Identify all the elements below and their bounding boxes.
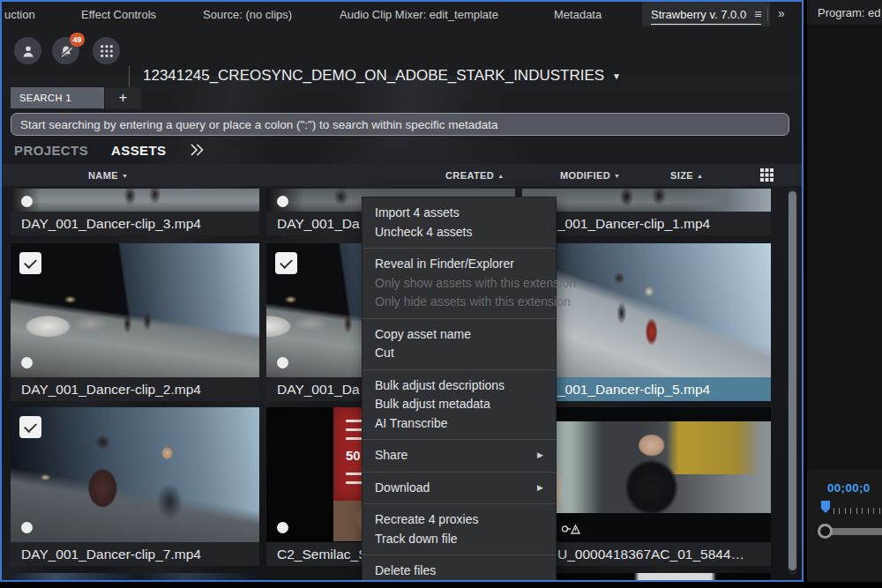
program-viewer[interactable]: [807, 25, 882, 470]
tab-effect-controls[interactable]: Effect Controls: [81, 8, 156, 21]
tab-source[interactable]: Source: (no clips): [203, 8, 292, 21]
menu-group: Download ▶: [363, 473, 556, 505]
program-timecode: 00;00;0: [827, 481, 871, 495]
video-frame: [522, 421, 771, 513]
status-dot: [277, 196, 288, 207]
notifications-button[interactable]: 49: [52, 37, 79, 64]
submenu-arrow-icon: ▶: [537, 479, 543, 498]
asset-tile[interactable]: _001_Dancer-clip_1.mp4: [522, 189, 771, 235]
asset-name: _001_Dancer-clip_1.mp4: [522, 212, 771, 235]
column-modified[interactable]: MODIFIED ▼: [560, 170, 620, 181]
tab-projects[interactable]: PROJECTS: [14, 143, 88, 158]
menu-group: Reveal in Finder/Explorer Only show asse…: [363, 249, 556, 319]
menu-item-bulk-adjust-descriptions[interactable]: Bulk adjust descriptions: [363, 376, 556, 396]
scrubber-knob[interactable]: [818, 524, 833, 539]
grid-dots-icon: [100, 44, 114, 58]
column-created[interactable]: CREATED ▲: [445, 170, 505, 181]
timeline-ruler[interactable]: [833, 508, 882, 514]
menu-item-delete-files[interactable]: Delete files: [363, 562, 556, 580]
tab-metadata[interactable]: Metadata: [554, 8, 602, 21]
asset-checkbox-checked[interactable]: [275, 252, 297, 274]
asset-name: U_0000418367AC_01_5844…: [522, 542, 771, 566]
column-size[interactable]: SIZE ▲: [670, 170, 703, 181]
menu-group: Copy asset name Cut: [363, 319, 556, 370]
screen: uction Effect Controls Source: (no clips…: [0, 0, 882, 588]
menu-item-recreate-proxies[interactable]: Recreate 4 proxies: [363, 510, 556, 530]
panel-menu-icon[interactable]: ≡: [754, 7, 761, 21]
menu-item-download[interactable]: Download ▶: [363, 479, 556, 498]
menu-item-track-down-file[interactable]: Track down file: [363, 530, 556, 549]
plus-icon: +: [119, 90, 127, 106]
strawberry-panel: uction Effect Controls Source: (no clips…: [0, 0, 804, 582]
column-created-label: CREATED: [445, 170, 494, 181]
asset-thumbnail[interactable]: [11, 407, 259, 542]
tab-audio-clip-mixer[interactable]: Audio Clip Mixer: edit_template: [340, 8, 498, 21]
menu-item-only-show-extension: Only show assets with this extension: [363, 274, 556, 294]
menu-group: Delete files: [363, 555, 556, 580]
asset-name: DAY_001_Dancer-clip_7.mp4: [11, 542, 259, 566]
asset-thumbnail-partial[interactable]: [522, 573, 771, 580]
production-selector[interactable]: 12341245_CREOSYNC_DEMO_ON_ADOBE_STARK_IN…: [143, 67, 621, 85]
menu-item-reveal-in-finder[interactable]: Reveal in Finder/Explorer: [363, 255, 556, 274]
sort-desc-icon: ▼: [614, 173, 620, 179]
scrollbar-thumb[interactable]: [789, 191, 796, 570]
program-tabbar: Program: ed: [807, 0, 882, 25]
tab-program[interactable]: Program: ed: [818, 6, 881, 19]
tab-assets[interactable]: ASSETS: [111, 143, 166, 158]
sort-desc-icon: ▼: [122, 173, 128, 179]
status-dot: [21, 357, 33, 368]
user-avatar-button[interactable]: [14, 37, 41, 64]
asset-thumbnail[interactable]: [522, 189, 771, 212]
asset-thumbnail[interactable]: [11, 189, 259, 212]
menu-item-cut[interactable]: Cut: [363, 344, 556, 363]
asset-tile[interactable]: DAY_001_Dancer-clip_2.mp4: [11, 243, 259, 401]
status-dot: [21, 196, 33, 207]
grid-view-icon[interactable]: [760, 168, 774, 182]
notification-badge: 49: [70, 33, 85, 47]
panel-tabbar: uction Effect Controls Source: (no clips…: [2, 2, 802, 26]
user-icon: [20, 43, 36, 59]
production-title: 12341245_CREOSYNC_DEMO_ON_ADOBE_STARK_IN…: [143, 67, 604, 85]
tab-overflow-icon[interactable]: »: [778, 6, 783, 20]
menu-item-bulk-adjust-metadata[interactable]: Bulk adjust metadata: [363, 395, 556, 414]
app-header: 49 12341245_CREOSYNC_DEMO_ON_ADOBE_STARK…: [2, 26, 802, 76]
menu-item-uncheck-assets[interactable]: Uncheck 4 assets: [363, 223, 556, 242]
column-modified-label: MODIFIED: [560, 170, 610, 181]
menu-item-ai-transcribe[interactable]: AI Transcribe: [363, 414, 556, 434]
poster-text: 50: [346, 448, 361, 463]
menu-item-copy-asset-name[interactable]: Copy asset name: [363, 325, 556, 345]
key-warning-icon: [561, 524, 580, 536]
menu-item-import-assets[interactable]: Import 4 assets: [363, 204, 556, 223]
asset-thumbnail-partial[interactable]: [11, 573, 259, 580]
double-chevron-right-icon[interactable]: [189, 143, 206, 157]
submenu-arrow-icon: ▶: [537, 446, 543, 465]
asset-checkbox-checked[interactable]: [19, 416, 41, 438]
apps-grid-button[interactable]: [93, 37, 120, 64]
menu-group: Share ▶: [363, 440, 556, 473]
tabbar-separator: [767, 7, 768, 21]
menu-item-share[interactable]: Share ▶: [363, 446, 556, 465]
column-name[interactable]: NAME ▼: [88, 170, 128, 181]
tab-production[interactable]: uction: [4, 8, 35, 21]
strawberry-panel-inner: uction Effect Controls Source: (no clips…: [2, 2, 802, 580]
asset-tile[interactable]: DAY_001_Dancer-clip_7.mp4: [11, 407, 259, 566]
search-tab-label: SEARCH 1: [19, 93, 71, 103]
tab-search-1[interactable]: SEARCH 1: [11, 87, 104, 108]
vertical-scrollbar[interactable]: [788, 189, 797, 575]
context-menu: Import 4 assets Uncheck 4 assets Reveal …: [362, 197, 557, 580]
asset-tile[interactable]: U_0000418367AC_01_5844…: [522, 407, 771, 566]
search-input[interactable]: [11, 113, 789, 136]
asset-thumbnail[interactable]: [522, 407, 771, 542]
asset-name: _001_Dancer-clip_5.mp4: [522, 377, 771, 401]
tab-strawberry[interactable]: Strawberry v. 7.0.0 ≡: [642, 2, 770, 26]
asset-tile[interactable]: DAY_001_Dancer-clip_3.mp4: [11, 189, 259, 235]
asset-thumbnail[interactable]: [11, 243, 259, 377]
tab-strawberry-label: Strawberry v. 7.0.0: [651, 8, 746, 21]
add-search-tab-button[interactable]: +: [105, 87, 141, 108]
menu-group: Import 4 assets Uncheck 4 assets: [363, 197, 556, 249]
menu-group: Recreate 4 proxies Track down file: [363, 504, 556, 555]
asset-tile-selected[interactable]: _001_Dancer-clip_5.mp4: [522, 243, 771, 401]
status-dot: [277, 522, 288, 533]
asset-checkbox-checked[interactable]: [19, 252, 41, 274]
playhead-icon[interactable]: [821, 501, 830, 513]
